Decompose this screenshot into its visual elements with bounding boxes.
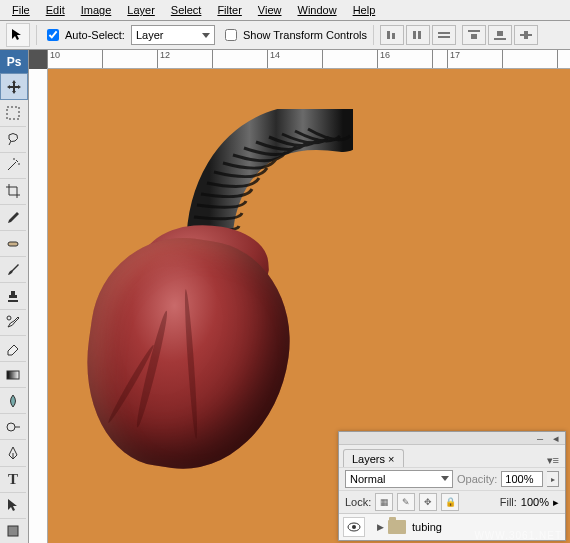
eraser-tool-icon[interactable] <box>0 336 26 362</box>
document-area: 10 12 14 16 17 <box>29 50 570 543</box>
heart-artwork <box>88 239 308 499</box>
expand-icon[interactable]: ▶ <box>377 522 384 532</box>
menu-help[interactable]: Help <box>345 2 384 18</box>
svg-point-14 <box>7 316 11 320</box>
show-transform-label: Show Transform Controls <box>243 29 367 41</box>
ruler-tick <box>322 50 325 68</box>
lock-all-icon[interactable]: 🔒 <box>441 493 459 511</box>
history-brush-tool-icon[interactable] <box>0 310 26 336</box>
lasso-tool-icon[interactable] <box>0 127 26 153</box>
gradient-tool-icon[interactable] <box>0 362 26 388</box>
svg-rect-4 <box>438 32 450 34</box>
layer-row[interactable]: ▶ tubing <box>339 513 565 540</box>
pen-tool-icon[interactable] <box>0 440 26 466</box>
eyedropper-tool-icon[interactable] <box>0 205 26 231</box>
svg-rect-0 <box>387 31 390 39</box>
type-tool-icon[interactable]: T <box>0 467 26 493</box>
healing-tool-icon[interactable] <box>0 231 26 257</box>
auto-select-label: Auto-Select: <box>65 29 125 41</box>
svg-rect-5 <box>438 36 450 38</box>
svg-rect-12 <box>7 107 19 119</box>
show-transform-check[interactable]: Show Transform Controls <box>221 26 367 44</box>
ruler-tick <box>502 50 505 68</box>
opacity-flyout-icon[interactable]: ▸ <box>547 471 559 487</box>
blur-tool-icon[interactable] <box>0 388 26 414</box>
menubar: File Edit Image Layer Select Filter View… <box>0 0 570 21</box>
align-icon[interactable] <box>432 25 456 45</box>
ruler-tick <box>212 50 215 68</box>
menu-edit[interactable]: Edit <box>38 2 73 18</box>
lock-label: Lock: <box>345 496 371 508</box>
align-icon[interactable] <box>406 25 430 45</box>
ruler-vertical <box>29 69 48 543</box>
menu-filter[interactable]: Filter <box>209 2 249 18</box>
minimize-icon[interactable]: – <box>535 434 545 442</box>
menu-layer[interactable]: Layer <box>119 2 163 18</box>
ruler-tick: 14 <box>267 50 280 68</box>
move-tool-icon[interactable] <box>0 73 28 100</box>
auto-select-checkbox[interactable] <box>47 29 59 41</box>
menu-window[interactable]: Window <box>290 2 345 18</box>
blend-mode-dropdown[interactable]: Normal <box>345 470 453 488</box>
distribute-icon[interactable] <box>488 25 512 45</box>
brush-tool-icon[interactable] <box>0 257 26 283</box>
svg-rect-15 <box>7 371 19 379</box>
photoshop-logo-icon: Ps <box>0 50 28 73</box>
layers-panel[interactable]: – ◂ Layers × ▾≡ Normal Opacity: 100% ▸ <box>338 431 566 541</box>
distribute-icon[interactable] <box>514 25 538 45</box>
ruler-tick: 17 <box>447 50 460 68</box>
folder-icon <box>388 520 406 534</box>
svg-point-16 <box>7 423 15 431</box>
svg-rect-1 <box>392 33 395 39</box>
active-tool-icon[interactable] <box>6 23 30 47</box>
fill-label: Fill: <box>500 496 517 508</box>
wand-tool-icon[interactable] <box>0 153 26 179</box>
align-group <box>380 25 456 45</box>
fill-input[interactable]: 100% <box>521 496 549 508</box>
svg-rect-6 <box>468 30 480 32</box>
fill-flyout-icon[interactable]: ▸ <box>553 496 559 509</box>
svg-rect-17 <box>8 526 18 536</box>
auto-select-value: Layer <box>136 29 164 41</box>
workspace: Ps T 10 12 14 16 17 <box>0 50 570 543</box>
menu-image[interactable]: Image <box>73 2 120 18</box>
svg-rect-2 <box>413 31 416 39</box>
menu-select[interactable]: Select <box>163 2 210 18</box>
layers-tab[interactable]: Layers × <box>343 449 404 467</box>
shape-tool-icon[interactable] <box>0 519 26 543</box>
ruler-tick <box>432 50 435 68</box>
ruler-tick <box>102 50 105 68</box>
ruler-tick: 16 <box>377 50 390 68</box>
path-select-tool-icon[interactable] <box>0 493 26 519</box>
marquee-tool-icon[interactable] <box>0 100 26 126</box>
layer-name[interactable]: tubing <box>412 521 442 533</box>
opacity-input[interactable]: 100% <box>501 471 543 487</box>
panel-titlebar[interactable]: – ◂ <box>339 432 565 445</box>
show-transform-checkbox[interactable] <box>225 29 237 41</box>
svg-rect-7 <box>471 34 477 39</box>
panel-menu-icon[interactable]: ▾≡ <box>541 454 565 467</box>
ruler-tick <box>557 50 560 68</box>
ruler-tick: 12 <box>157 50 170 68</box>
blend-mode-value: Normal <box>350 473 385 485</box>
collapse-icon[interactable]: ◂ <box>551 434 561 442</box>
auto-select-dropdown[interactable]: Layer <box>131 25 215 45</box>
crop-tool-icon[interactable] <box>0 179 26 205</box>
distribute-icon[interactable] <box>462 25 486 45</box>
menu-file[interactable]: File <box>4 2 38 18</box>
dodge-tool-icon[interactable] <box>0 414 26 440</box>
menu-view[interactable]: View <box>250 2 290 18</box>
svg-rect-8 <box>494 38 506 40</box>
auto-select-check[interactable]: Auto-Select: <box>43 26 125 44</box>
lock-transparency-icon[interactable]: ▦ <box>375 493 393 511</box>
lock-position-icon[interactable]: ✥ <box>419 493 437 511</box>
lock-pixels-icon[interactable]: ✎ <box>397 493 415 511</box>
svg-rect-3 <box>418 31 421 39</box>
visibility-icon[interactable] <box>343 517 365 537</box>
ruler-horizontal: 10 12 14 16 17 <box>47 50 570 69</box>
canvas[interactable]: – ◂ Layers × ▾≡ Normal Opacity: 100% ▸ <box>48 69 570 543</box>
align-icon[interactable] <box>380 25 404 45</box>
svg-rect-13 <box>8 242 18 246</box>
svg-rect-11 <box>524 31 528 39</box>
stamp-tool-icon[interactable] <box>0 283 26 309</box>
